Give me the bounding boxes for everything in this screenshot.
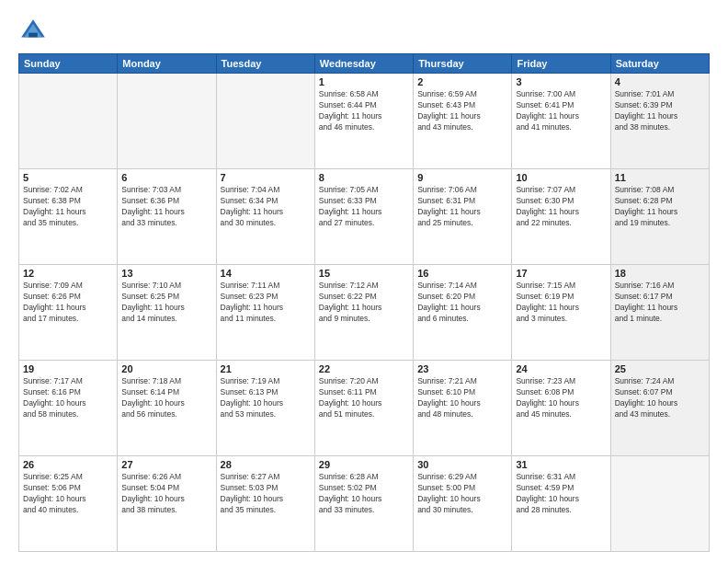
day-info: Sunrise: 7:07 AM Sunset: 6:30 PM Dayligh… [516,185,606,229]
calendar-cell: 26Sunrise: 6:25 AM Sunset: 5:06 PM Dayli… [19,456,118,552]
day-info: Sunrise: 6:26 AM Sunset: 5:04 PM Dayligh… [121,472,211,516]
day-number: 18 [615,268,705,279]
day-info: Sunrise: 7:10 AM Sunset: 6:25 PM Dayligh… [121,281,211,325]
day-number: 3 [516,76,606,87]
day-number: 15 [319,268,409,279]
day-header-thursday: Thursday [414,54,512,74]
day-info: Sunrise: 7:16 AM Sunset: 6:17 PM Dayligh… [615,281,705,325]
day-info: Sunrise: 6:58 AM Sunset: 6:44 PM Dayligh… [319,89,409,133]
calendar-cell: 27Sunrise: 6:26 AM Sunset: 5:04 PM Dayli… [118,456,216,552]
day-number: 19 [23,363,113,374]
day-info: Sunrise: 7:03 AM Sunset: 6:36 PM Dayligh… [121,185,211,229]
day-number: 9 [417,172,507,183]
calendar-cell [216,74,314,169]
day-info: Sunrise: 7:21 AM Sunset: 6:10 PM Dayligh… [417,376,507,420]
calendar-cell [19,74,118,169]
day-info: Sunrise: 7:08 AM Sunset: 6:28 PM Dayligh… [615,185,705,229]
day-info: Sunrise: 7:20 AM Sunset: 6:11 PM Dayligh… [319,376,409,420]
day-info: Sunrise: 7:15 AM Sunset: 6:19 PM Dayligh… [516,281,606,325]
calendar-cell: 5Sunrise: 7:02 AM Sunset: 6:38 PM Daylig… [19,169,118,265]
calendar-table: SundayMondayTuesdayWednesdayThursdayFrid… [18,53,710,552]
day-number: 13 [121,268,211,279]
day-number: 7 [221,172,311,183]
calendar-cell: 12Sunrise: 7:09 AM Sunset: 6:26 PM Dayli… [19,265,118,361]
calendar-cell: 1Sunrise: 6:58 AM Sunset: 6:44 PM Daylig… [314,74,413,169]
calendar-cell: 28Sunrise: 6:27 AM Sunset: 5:03 PM Dayli… [216,456,314,552]
day-number: 28 [221,459,311,470]
day-info: Sunrise: 7:00 AM Sunset: 6:41 PM Dayligh… [516,89,606,133]
day-info: Sunrise: 6:29 AM Sunset: 5:00 PM Dayligh… [417,472,507,516]
calendar-cell: 4Sunrise: 7:01 AM Sunset: 6:39 PM Daylig… [610,74,709,169]
day-number: 30 [417,459,507,470]
day-info: Sunrise: 7:11 AM Sunset: 6:23 PM Dayligh… [221,281,311,325]
calendar-cell: 9Sunrise: 7:06 AM Sunset: 6:31 PM Daylig… [414,169,512,265]
calendar-cell: 23Sunrise: 7:21 AM Sunset: 6:10 PM Dayli… [414,361,512,456]
day-header-saturday: Saturday [610,54,709,74]
day-number: 31 [516,459,606,470]
calendar-cell: 18Sunrise: 7:16 AM Sunset: 6:17 PM Dayli… [610,265,709,361]
day-info: Sunrise: 6:27 AM Sunset: 5:03 PM Dayligh… [221,472,311,516]
calendar-cell: 16Sunrise: 7:14 AM Sunset: 6:20 PM Dayli… [414,265,512,361]
calendar-cell: 15Sunrise: 7:12 AM Sunset: 6:22 PM Dayli… [314,265,413,361]
calendar-week-4: 19Sunrise: 7:17 AM Sunset: 6:16 PM Dayli… [19,361,710,456]
calendar-cell: 13Sunrise: 7:10 AM Sunset: 6:25 PM Dayli… [118,265,216,361]
day-number: 17 [516,268,606,279]
calendar-cell: 29Sunrise: 6:28 AM Sunset: 5:02 PM Dayli… [314,456,413,552]
day-info: Sunrise: 6:25 AM Sunset: 5:06 PM Dayligh… [23,472,113,516]
day-info: Sunrise: 7:01 AM Sunset: 6:39 PM Dayligh… [615,89,705,133]
day-info: Sunrise: 6:31 AM Sunset: 4:59 PM Dayligh… [516,472,606,516]
day-number: 8 [319,172,409,183]
day-number: 23 [417,363,507,374]
calendar-cell: 20Sunrise: 7:18 AM Sunset: 6:14 PM Dayli… [118,361,216,456]
day-number: 16 [417,268,507,279]
calendar-cell: 6Sunrise: 7:03 AM Sunset: 6:36 PM Daylig… [118,169,216,265]
day-info: Sunrise: 6:28 AM Sunset: 5:02 PM Dayligh… [319,472,409,516]
calendar-header-row: SundayMondayTuesdayWednesdayThursdayFrid… [19,54,710,74]
day-info: Sunrise: 7:09 AM Sunset: 6:26 PM Dayligh… [23,281,113,325]
day-header-friday: Friday [512,54,610,74]
svg-rect-2 [28,33,38,38]
day-number: 27 [121,459,211,470]
calendar-cell: 8Sunrise: 7:05 AM Sunset: 6:33 PM Daylig… [314,169,413,265]
calendar-cell: 24Sunrise: 7:23 AM Sunset: 6:08 PM Dayli… [512,361,610,456]
header [18,17,710,46]
day-number: 22 [319,363,409,374]
day-info: Sunrise: 7:05 AM Sunset: 6:33 PM Dayligh… [319,185,409,229]
calendar-week-3: 12Sunrise: 7:09 AM Sunset: 6:26 PM Dayli… [19,265,710,361]
day-number: 5 [23,172,113,183]
calendar-cell: 30Sunrise: 6:29 AM Sunset: 5:00 PM Dayli… [414,456,512,552]
day-header-wednesday: Wednesday [314,54,413,74]
day-info: Sunrise: 7:19 AM Sunset: 6:13 PM Dayligh… [221,376,311,420]
day-number: 10 [516,172,606,183]
calendar-cell: 19Sunrise: 7:17 AM Sunset: 6:16 PM Dayli… [19,361,118,456]
day-number: 25 [615,363,705,374]
day-info: Sunrise: 7:18 AM Sunset: 6:14 PM Dayligh… [121,376,211,420]
calendar-week-2: 5Sunrise: 7:02 AM Sunset: 6:38 PM Daylig… [19,169,710,265]
day-number: 4 [615,76,705,87]
calendar-cell: 7Sunrise: 7:04 AM Sunset: 6:34 PM Daylig… [216,169,314,265]
day-number: 1 [319,76,409,87]
day-info: Sunrise: 6:59 AM Sunset: 6:43 PM Dayligh… [417,89,507,133]
calendar-cell: 3Sunrise: 7:00 AM Sunset: 6:41 PM Daylig… [512,74,610,169]
calendar-cell: 17Sunrise: 7:15 AM Sunset: 6:19 PM Dayli… [512,265,610,361]
logo [18,17,51,46]
calendar-cell [610,456,709,552]
calendar-cell: 25Sunrise: 7:24 AM Sunset: 6:07 PM Dayli… [610,361,709,456]
day-header-monday: Monday [118,54,216,74]
page: SundayMondayTuesdayWednesdayThursdayFrid… [0,0,728,563]
day-info: Sunrise: 7:14 AM Sunset: 6:20 PM Dayligh… [417,281,507,325]
day-number: 24 [516,363,606,374]
calendar-week-1: 1Sunrise: 6:58 AM Sunset: 6:44 PM Daylig… [19,74,710,169]
day-info: Sunrise: 7:12 AM Sunset: 6:22 PM Dayligh… [319,281,409,325]
day-number: 6 [121,172,211,183]
calendar-cell: 21Sunrise: 7:19 AM Sunset: 6:13 PM Dayli… [216,361,314,456]
calendar-cell: 22Sunrise: 7:20 AM Sunset: 6:11 PM Dayli… [314,361,413,456]
day-number: 26 [23,459,113,470]
day-info: Sunrise: 7:23 AM Sunset: 6:08 PM Dayligh… [516,376,606,420]
day-number: 29 [319,459,409,470]
calendar-cell: 2Sunrise: 6:59 AM Sunset: 6:43 PM Daylig… [414,74,512,169]
calendar-cell: 11Sunrise: 7:08 AM Sunset: 6:28 PM Dayli… [610,169,709,265]
day-number: 12 [23,268,113,279]
day-header-sunday: Sunday [19,54,118,74]
calendar-cell: 14Sunrise: 7:11 AM Sunset: 6:23 PM Dayli… [216,265,314,361]
